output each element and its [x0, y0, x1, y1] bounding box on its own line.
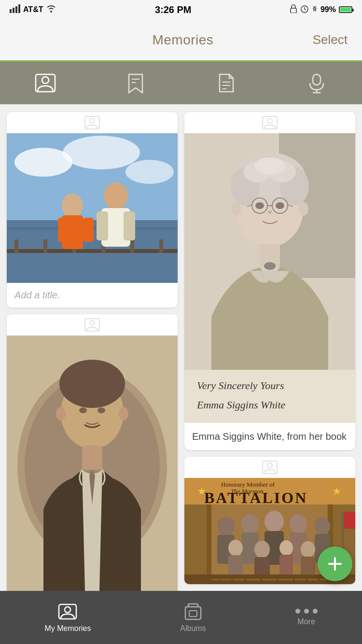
svg-point-38 — [104, 182, 128, 210]
albums-label: Albums — [180, 624, 206, 633]
svg-text:Very Sincerely Yours: Very Sincerely Yours — [197, 379, 284, 392]
status-bar: AT&T 3:26 PM 99% — [0, 0, 362, 19]
svg-point-91 — [217, 517, 235, 536]
battery-percentage: 99% — [320, 5, 336, 14]
card3-header — [7, 314, 178, 336]
svg-text:~~ ~~~ ~~~ ~~~~ ~~~~ ~~~~ ~~~ : ~~ ~~~ ~~~ ~~~~ ~~~~ ~~~~ ~~~ ~~~ ~~ — [211, 576, 328, 584]
svg-point-10 — [42, 77, 49, 84]
card1-title[interactable]: Add a title. — [7, 283, 178, 308]
svg-rect-108 — [301, 557, 315, 577]
svg-point-50 — [97, 407, 105, 413]
svg-point-66 — [276, 202, 284, 209]
icon-bar-person[interactable] — [26, 69, 65, 98]
svg-rect-37 — [83, 218, 94, 242]
svg-text:Honorary Member of: Honorary Member of — [221, 481, 275, 488]
my-memories-label: My Memories — [44, 624, 91, 633]
alarm-icon — [300, 4, 309, 15]
memory-card-2[interactable]: Very Sincerely Yours Emma Siggins White … — [184, 112, 355, 450]
my-memories-tab[interactable]: My Memories — [44, 602, 91, 633]
svg-rect-102 — [228, 555, 243, 577]
svg-point-75 — [264, 262, 276, 270]
nav-title: Memories — [152, 32, 213, 48]
svg-point-43 — [90, 321, 95, 325]
svg-point-24 — [125, 160, 174, 184]
svg-rect-27 — [7, 249, 178, 253]
carrier-label: AT&T — [23, 5, 43, 14]
nav-bar: Memories Select — [0, 19, 362, 62]
svg-rect-1 — [13, 8, 14, 13]
svg-point-49 — [79, 407, 87, 413]
left-column: Add a title. — [7, 112, 178, 635]
svg-rect-40 — [97, 211, 108, 240]
svg-point-99 — [315, 518, 330, 535]
more-label: More — [297, 617, 315, 626]
status-left: AT&T — [10, 4, 56, 15]
svg-point-52 — [119, 407, 128, 420]
bluetooth-icon — [312, 4, 318, 15]
svg-rect-0 — [10, 9, 12, 13]
svg-point-51 — [56, 407, 66, 420]
signal-icon — [10, 4, 20, 15]
status-right: 99% — [290, 4, 352, 15]
svg-rect-36 — [58, 218, 69, 242]
svg-point-4 — [50, 11, 52, 13]
svg-point-103 — [254, 541, 270, 558]
svg-point-95 — [265, 511, 284, 532]
svg-rect-53 — [82, 446, 102, 470]
more-tab[interactable]: More — [295, 609, 318, 626]
icon-bar-bookmark[interactable] — [116, 69, 155, 98]
wifi-icon — [46, 5, 56, 14]
icon-bar-document[interactable] — [207, 69, 246, 98]
svg-text:★: ★ — [332, 485, 342, 497]
svg-point-55 — [267, 118, 272, 123]
svg-rect-29 — [43, 239, 47, 253]
svg-point-93 — [241, 514, 259, 533]
memory-card-1[interactable]: Add a title. — [7, 112, 178, 308]
albums-tab[interactable]: Albums — [180, 602, 206, 633]
svg-rect-110 — [344, 512, 355, 529]
icon-bar-microphone[interactable] — [297, 69, 336, 98]
card4-header — [184, 457, 355, 478]
svg-text:Emma Siggins White: Emma Siggins White — [196, 399, 286, 411]
svg-rect-104 — [254, 557, 270, 577]
battery-icon — [339, 6, 352, 13]
memories-scroll: Add a title. — [0, 104, 362, 643]
memory-card-3[interactable]: Add a title. — [7, 314, 178, 635]
svg-rect-118 — [189, 611, 197, 616]
svg-rect-41 — [124, 211, 135, 240]
svg-rect-5 — [291, 8, 296, 13]
svg-rect-28 — [14, 239, 18, 253]
svg-point-107 — [301, 541, 315, 558]
svg-rect-33 — [159, 239, 163, 253]
svg-rect-2 — [15, 6, 17, 13]
lock-icon — [290, 4, 297, 15]
svg-rect-106 — [279, 555, 293, 576]
svg-point-23 — [63, 136, 140, 169]
svg-point-80 — [267, 463, 272, 468]
card2-title: Emma Siggins White, from her book — [184, 423, 355, 450]
svg-rect-32 — [130, 239, 134, 253]
svg-point-72 — [231, 202, 241, 216]
svg-point-64 — [254, 157, 285, 175]
svg-point-65 — [255, 202, 264, 209]
tab-bar: My Memories Albums More — [0, 591, 362, 644]
select-button[interactable]: Select — [313, 32, 348, 47]
svg-point-116 — [65, 607, 70, 613]
svg-text:BATTALION: BATTALION — [204, 489, 307, 506]
card2-header — [184, 112, 355, 133]
svg-point-34 — [62, 194, 83, 218]
svg-point-97 — [290, 514, 307, 533]
svg-rect-16 — [313, 74, 320, 85]
svg-point-73 — [299, 202, 308, 216]
fab-add-button[interactable] — [318, 546, 352, 581]
status-time: 3:26 PM — [155, 4, 192, 15]
memories-grid: Add a title. — [0, 104, 362, 643]
svg-point-101 — [228, 540, 243, 556]
svg-rect-76 — [184, 370, 355, 423]
svg-point-48 — [59, 360, 125, 408]
svg-point-105 — [279, 540, 293, 556]
svg-rect-117 — [185, 607, 201, 619]
icon-bar — [0, 62, 362, 104]
svg-rect-3 — [18, 4, 20, 13]
svg-point-20 — [90, 118, 95, 123]
